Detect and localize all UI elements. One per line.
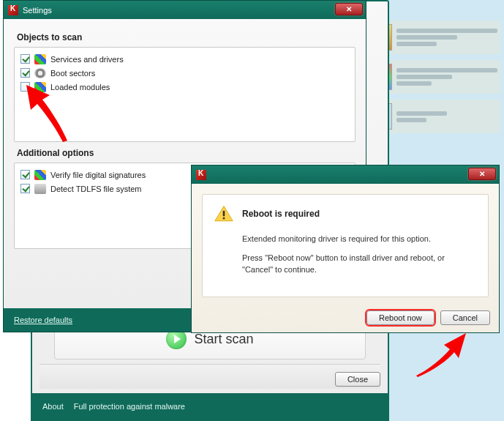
- svg-rect-1: [223, 217, 225, 219]
- restore-defaults-link[interactable]: Restore defaults: [14, 316, 72, 324]
- additional-heading: Additional options: [17, 148, 356, 158]
- option-label: Services and drivers: [50, 55, 124, 64]
- dialog-line2: Press "Reboot now" button to install dri…: [242, 252, 476, 275]
- settings-titlebar[interactable]: Settings ✕: [3, 0, 366, 19]
- option-label: Boot sectors: [50, 69, 95, 78]
- close-icon: ✕: [479, 170, 485, 178]
- svg-rect-0: [223, 211, 225, 216]
- reboot-dialog: ✕ Reboot is required Extended monitoring…: [191, 165, 500, 333]
- flag-icon: [34, 54, 46, 64]
- option-boot-sectors: Boot sectors: [20, 66, 349, 80]
- main-footer: About Full protection against malware: [32, 393, 388, 420]
- cancel-label: Cancel: [453, 313, 478, 322]
- dialog-titlebar[interactable]: ✕: [191, 165, 500, 184]
- cancel-button[interactable]: Cancel: [440, 310, 490, 325]
- dialog-title: Reboot is required: [242, 209, 320, 219]
- app-icon: [8, 5, 18, 15]
- boot-sectors-checkbox[interactable]: [20, 68, 30, 78]
- loaded-modules-checkbox[interactable]: [20, 82, 30, 92]
- flag-icon: [34, 170, 46, 180]
- close-button[interactable]: Close: [335, 372, 380, 387]
- objects-fieldset: Services and drivers Boot sectors Loaded…: [14, 47, 356, 142]
- full-protection-link[interactable]: Full protection against malware: [74, 402, 185, 411]
- dialog-close-button[interactable]: ✕: [468, 168, 496, 180]
- settings-close-button[interactable]: ✕: [335, 3, 363, 15]
- services-drivers-checkbox[interactable]: [20, 54, 30, 64]
- option-label: Loaded modules: [50, 83, 110, 92]
- reboot-now-label: Reboot now: [379, 313, 422, 322]
- dialog-content: Reboot is required Extended monitoring d…: [202, 194, 489, 297]
- drive-icon: [34, 184, 46, 194]
- dialog-line1: Extended monitoring driver is required f…: [242, 233, 476, 245]
- warning-icon: [214, 205, 233, 223]
- close-icon: ✕: [346, 5, 352, 13]
- objects-heading: Objects to scan: [17, 32, 356, 42]
- option-label: Verify file digital signatures: [50, 171, 146, 179]
- option-label: Detect TDLFS file system: [50, 185, 142, 193]
- flag-icon: [34, 82, 46, 92]
- close-button-label: Close: [347, 375, 368, 384]
- reboot-now-button[interactable]: Reboot now: [366, 310, 435, 325]
- settings-title: Settings: [23, 6, 52, 15]
- option-loaded-modules: Loaded modules: [20, 80, 349, 94]
- dialog-text: Extended monitoring driver is required f…: [242, 233, 476, 275]
- app-icon: [196, 170, 206, 180]
- disk-icon: [34, 68, 46, 78]
- verify-signatures-checkbox[interactable]: [20, 170, 30, 179]
- option-services-drivers: Services and drivers: [20, 52, 349, 66]
- detect-tdlfs-checkbox[interactable]: [20, 184, 30, 193]
- about-link[interactable]: About: [42, 402, 64, 411]
- start-scan-label: Start scan: [194, 332, 253, 347]
